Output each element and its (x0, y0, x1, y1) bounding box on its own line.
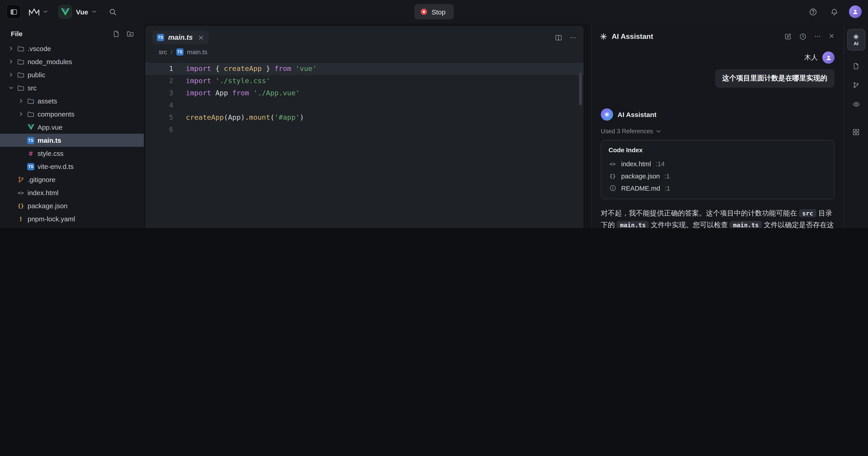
right-toolbar: AI (844, 24, 868, 228)
file-label: .vscode (28, 45, 51, 53)
more-options-icon[interactable] (814, 33, 821, 40)
rail-item-ai[interactable]: AI (847, 29, 865, 51)
code-index-item-package.json[interactable]: {}package.json:1 (609, 170, 827, 182)
code-index-item-index.html[interactable]: <>index.html:14 (609, 158, 827, 170)
search-icon[interactable] (106, 5, 119, 18)
line-number: 6 (151, 124, 173, 136)
new-chat-icon[interactable] (784, 33, 792, 40)
tree-item-public[interactable]: public (0, 68, 144, 81)
tree-item-node_modules[interactable]: node_modules (0, 55, 144, 68)
tree-item-README.md[interactable]: README.md (0, 225, 144, 228)
reference-file: index.html (621, 160, 651, 167)
ai-sparkle-icon (604, 111, 610, 118)
file-label: node_modules (28, 58, 72, 65)
folder-icon (16, 45, 26, 52)
tree-item-components[interactable]: components (0, 107, 144, 121)
tree-chevron-icon[interactable] (6, 72, 16, 78)
tree-chevron-icon[interactable] (16, 98, 25, 104)
tree-item-assets[interactable]: assets (0, 94, 144, 107)
topbar: Vue Stop (0, 0, 868, 24)
more-options-icon[interactable] (569, 34, 577, 41)
code-editor[interactable]: 1import { createApp } from 'vue'2import … (145, 59, 584, 228)
file-label: src (28, 84, 37, 92)
tree-chevron-icon[interactable] (6, 85, 16, 91)
git-icon (16, 176, 26, 183)
assistant-name: AI Assistant (618, 111, 656, 118)
user-avatar (822, 52, 835, 64)
user-message-header: 木人 (601, 52, 835, 64)
file-label: main.ts (37, 136, 61, 144)
close-tab-icon[interactable] (198, 35, 204, 40)
readme-icon (609, 185, 617, 192)
tree-chevron-icon[interactable] (6, 59, 16, 65)
tab-main-ts[interactable]: TS main.ts (152, 31, 209, 44)
new-file-icon[interactable] (113, 30, 120, 37)
tree-item-style.css[interactable]: #style.css (0, 147, 144, 160)
history-icon[interactable] (799, 33, 807, 40)
tree-item-src[interactable]: src (0, 81, 144, 94)
help-icon[interactable] (807, 5, 819, 18)
rail-item-git-icon[interactable] (852, 82, 860, 89)
ai-panel-title: AI Assistant (612, 33, 653, 41)
stop-icon (420, 8, 428, 15)
user-avatar[interactable] (849, 5, 862, 18)
typescript-file-icon: TS (176, 48, 183, 56)
chevron-down-icon (92, 10, 96, 13)
rail-item-preview-icon[interactable] (852, 101, 860, 108)
rail-item-extensions-icon[interactable] (852, 129, 860, 135)
ai-panel-header: AI Assistant (592, 24, 844, 46)
tree-item-pnpm-lock.yaml[interactable]: !pnpm-lock.yaml (0, 212, 144, 225)
inline-code: main.ts (617, 221, 649, 228)
tree-chevron-icon[interactable] (16, 111, 25, 117)
editor-tabbar: TS main.ts (145, 26, 584, 46)
folder-icon (16, 84, 26, 92)
tree-item-vite-env.d.ts[interactable]: TSvite-env.d.ts (0, 160, 144, 173)
chevron-down-icon (43, 10, 48, 13)
code-line-6[interactable]: 6 (145, 124, 584, 136)
tree-item-.vscode[interactable]: .vscode (0, 42, 144, 55)
reference-line: :14 (655, 160, 664, 167)
workspace-toggle-button[interactable] (6, 4, 21, 19)
assistant-message-header: AI Assistant (601, 108, 835, 121)
tree-item-package.json[interactable]: {}package.json (0, 199, 144, 212)
code-line-3[interactable]: 3import App from './App.vue' (145, 87, 584, 99)
editor-scrollbar[interactable] (578, 73, 582, 228)
app-logo-icon (28, 7, 40, 17)
assistant-answer: 对不起，我不能提供正确的答案。这个项目中的计数功能可能在 src 目录下的 ma… (601, 207, 835, 228)
code-text: import './style.css' (186, 75, 270, 87)
close-panel-icon[interactable] (829, 33, 835, 40)
code-line-5[interactable]: 5createApp(App).mount('#app') (145, 111, 584, 124)
code-index-item-README.md[interactable]: README.md:1 (609, 182, 827, 194)
reference-file: README.md (621, 185, 660, 192)
stop-button[interactable]: Stop (414, 4, 454, 20)
tree-item-App.vue[interactable]: App.vue (0, 121, 144, 134)
ts-icon: TS (25, 137, 36, 144)
code-line-2[interactable]: 2import './style.css' (145, 75, 584, 87)
code-line-1[interactable]: 1import { createApp } from 'vue' (145, 63, 584, 75)
tree-chevron-icon[interactable] (6, 45, 16, 52)
project-name: Vue (76, 8, 88, 15)
editor-island: TS main.ts src / TS main.ts 1import { cr… (145, 25, 584, 228)
split-editor-icon[interactable] (555, 34, 562, 41)
code-index-title: Code Index (609, 146, 827, 154)
references-toggle[interactable]: Used 3 References (601, 128, 835, 135)
code-line-4[interactable]: 4 (145, 99, 584, 111)
project-switcher[interactable]: Vue (55, 3, 100, 20)
tree-item-index.html[interactable]: <>index.html (0, 186, 144, 199)
new-folder-icon[interactable] (127, 30, 134, 37)
file-label: App.vue (37, 123, 62, 131)
breadcrumb-file[interactable]: main.ts (187, 48, 207, 56)
tree-item-.gitignore[interactable]: .gitignore (0, 173, 144, 186)
breadcrumb[interactable]: src / TS main.ts (145, 46, 584, 59)
breadcrumb-separator: / (170, 48, 173, 56)
scrollbar-thumb[interactable] (579, 73, 582, 105)
breadcrumb-src[interactable]: src (159, 48, 167, 56)
notifications-icon[interactable] (828, 5, 841, 18)
folder-icon (16, 71, 26, 78)
tree-item-main.ts[interactable]: TSmain.ts (0, 134, 144, 147)
main-menu-button[interactable] (27, 5, 49, 18)
code-text: import { createApp } from 'vue' (186, 63, 317, 75)
code-index-card: Code Index <>index.html:14{}package.json… (601, 140, 835, 199)
rail-item-files-icon[interactable] (852, 63, 860, 70)
warning-icon: ! (16, 215, 26, 223)
